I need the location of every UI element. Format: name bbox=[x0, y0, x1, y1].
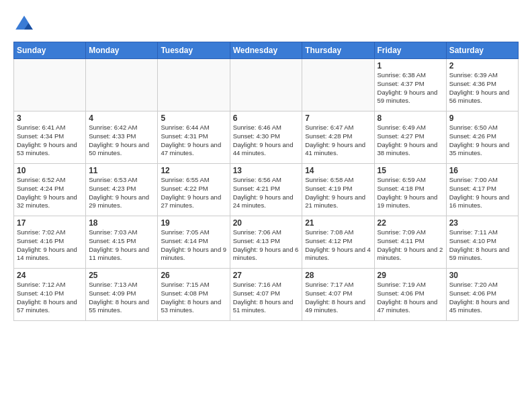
day-number: 21 bbox=[305, 218, 371, 228]
day-cell: 12Sunrise: 6:55 AM Sunset: 4:22 PM Dayli… bbox=[158, 164, 230, 216]
day-number: 7 bbox=[305, 113, 371, 123]
day-number: 15 bbox=[378, 166, 443, 175]
day-cell: 1Sunrise: 6:38 AM Sunset: 4:37 PM Daylig… bbox=[374, 59, 446, 111]
day-number: 12 bbox=[161, 166, 226, 175]
day-info: Sunrise: 6:55 AM Sunset: 4:22 PM Dayligh… bbox=[161, 176, 226, 210]
day-cell: 2Sunrise: 6:39 AM Sunset: 4:36 PM Daylig… bbox=[446, 59, 518, 111]
day-cell: 9Sunrise: 6:50 AM Sunset: 4:26 PM Daylig… bbox=[446, 111, 518, 164]
day-cell: 10Sunrise: 6:52 AM Sunset: 4:24 PM Dayli… bbox=[14, 164, 86, 216]
col-header-saturday: Saturday bbox=[446, 42, 518, 59]
day-cell: 5Sunrise: 6:44 AM Sunset: 4:31 PM Daylig… bbox=[158, 111, 230, 164]
day-info: Sunrise: 6:49 AM Sunset: 4:27 PM Dayligh… bbox=[378, 124, 443, 158]
day-info: Sunrise: 7:16 AM Sunset: 4:07 PM Dayligh… bbox=[233, 281, 300, 315]
header bbox=[13, 11, 519, 35]
day-number: 22 bbox=[378, 218, 443, 228]
day-info: Sunrise: 6:58 AM Sunset: 4:19 PM Dayligh… bbox=[305, 176, 371, 210]
day-info: Sunrise: 7:20 AM Sunset: 4:06 PM Dayligh… bbox=[449, 281, 515, 315]
day-number: 5 bbox=[161, 113, 226, 123]
day-info: Sunrise: 6:41 AM Sunset: 4:34 PM Dayligh… bbox=[17, 124, 83, 158]
day-info: Sunrise: 6:59 AM Sunset: 4:18 PM Dayligh… bbox=[378, 176, 443, 210]
day-cell bbox=[86, 59, 158, 111]
day-info: Sunrise: 7:05 AM Sunset: 4:14 PM Dayligh… bbox=[161, 228, 226, 263]
day-number: 29 bbox=[378, 271, 443, 280]
day-info: Sunrise: 6:44 AM Sunset: 4:31 PM Dayligh… bbox=[161, 124, 226, 158]
day-cell: 26Sunrise: 7:15 AM Sunset: 4:08 PM Dayli… bbox=[158, 269, 230, 321]
day-info: Sunrise: 7:15 AM Sunset: 4:08 PM Dayligh… bbox=[161, 281, 226, 315]
day-info: Sunrise: 7:17 AM Sunset: 4:07 PM Dayligh… bbox=[305, 281, 371, 315]
day-number: 24 bbox=[17, 271, 83, 280]
day-info: Sunrise: 6:39 AM Sunset: 4:36 PM Dayligh… bbox=[449, 71, 515, 105]
day-cell: 8Sunrise: 6:49 AM Sunset: 4:27 PM Daylig… bbox=[374, 111, 446, 164]
day-cell: 6Sunrise: 6:46 AM Sunset: 4:30 PM Daylig… bbox=[230, 111, 302, 164]
day-cell: 25Sunrise: 7:13 AM Sunset: 4:09 PM Dayli… bbox=[86, 269, 158, 321]
day-info: Sunrise: 6:56 AM Sunset: 4:21 PM Dayligh… bbox=[233, 176, 300, 210]
week-row-4: 24Sunrise: 7:12 AM Sunset: 4:10 PM Dayli… bbox=[14, 269, 519, 321]
day-number: 6 bbox=[233, 113, 300, 123]
col-header-wednesday: Wednesday bbox=[230, 42, 302, 59]
day-number: 30 bbox=[449, 271, 515, 280]
header-row: SundayMondayTuesdayWednesdayThursdayFrid… bbox=[14, 42, 519, 59]
day-number: 2 bbox=[449, 61, 515, 71]
day-number: 13 bbox=[233, 166, 300, 175]
day-info: Sunrise: 7:08 AM Sunset: 4:12 PM Dayligh… bbox=[305, 228, 371, 263]
day-cell bbox=[158, 59, 230, 111]
day-number: 23 bbox=[449, 218, 515, 228]
col-header-tuesday: Tuesday bbox=[158, 42, 230, 59]
day-cell: 22Sunrise: 7:09 AM Sunset: 4:11 PM Dayli… bbox=[374, 216, 446, 269]
day-number: 18 bbox=[89, 218, 154, 228]
day-info: Sunrise: 7:09 AM Sunset: 4:11 PM Dayligh… bbox=[378, 228, 443, 263]
week-row-2: 10Sunrise: 6:52 AM Sunset: 4:24 PM Dayli… bbox=[14, 164, 519, 216]
day-number: 28 bbox=[305, 271, 371, 280]
day-cell: 17Sunrise: 7:02 AM Sunset: 4:16 PM Dayli… bbox=[14, 216, 86, 269]
calendar: SundayMondayTuesdayWednesdayThursdayFrid… bbox=[13, 42, 519, 321]
day-cell: 23Sunrise: 7:11 AM Sunset: 4:10 PM Dayli… bbox=[446, 216, 518, 269]
day-info: Sunrise: 6:50 AM Sunset: 4:26 PM Dayligh… bbox=[449, 124, 515, 158]
day-cell: 18Sunrise: 7:03 AM Sunset: 4:15 PM Dayli… bbox=[86, 216, 158, 269]
logo-icon bbox=[13, 13, 35, 35]
day-cell bbox=[14, 59, 86, 111]
day-number: 27 bbox=[233, 271, 300, 280]
day-number: 19 bbox=[161, 218, 226, 228]
day-cell: 15Sunrise: 6:59 AM Sunset: 4:18 PM Dayli… bbox=[374, 164, 446, 216]
day-cell: 21Sunrise: 7:08 AM Sunset: 4:12 PM Dayli… bbox=[302, 216, 374, 269]
day-cell: 3Sunrise: 6:41 AM Sunset: 4:34 PM Daylig… bbox=[14, 111, 86, 164]
page: SundayMondayTuesdayWednesdayThursdayFrid… bbox=[0, 0, 532, 328]
day-number: 4 bbox=[89, 113, 154, 123]
day-cell: 13Sunrise: 6:56 AM Sunset: 4:21 PM Dayli… bbox=[230, 164, 302, 216]
day-info: Sunrise: 7:11 AM Sunset: 4:10 PM Dayligh… bbox=[449, 228, 515, 263]
day-number: 26 bbox=[161, 271, 226, 280]
col-header-monday: Monday bbox=[86, 42, 158, 59]
day-cell: 28Sunrise: 7:17 AM Sunset: 4:07 PM Dayli… bbox=[302, 269, 374, 321]
day-cell: 4Sunrise: 6:42 AM Sunset: 4:33 PM Daylig… bbox=[86, 111, 158, 164]
day-number: 9 bbox=[449, 113, 515, 123]
day-info: Sunrise: 7:03 AM Sunset: 4:15 PM Dayligh… bbox=[89, 228, 154, 263]
week-row-0: 1Sunrise: 6:38 AM Sunset: 4:37 PM Daylig… bbox=[14, 59, 519, 111]
day-cell: 30Sunrise: 7:20 AM Sunset: 4:06 PM Dayli… bbox=[446, 269, 518, 321]
day-cell: 27Sunrise: 7:16 AM Sunset: 4:07 PM Dayli… bbox=[230, 269, 302, 321]
day-info: Sunrise: 6:42 AM Sunset: 4:33 PM Dayligh… bbox=[89, 124, 154, 158]
day-cell: 29Sunrise: 7:19 AM Sunset: 4:06 PM Dayli… bbox=[374, 269, 446, 321]
week-row-1: 3Sunrise: 6:41 AM Sunset: 4:34 PM Daylig… bbox=[14, 111, 519, 164]
col-header-friday: Friday bbox=[374, 42, 446, 59]
day-cell bbox=[302, 59, 374, 111]
day-cell bbox=[230, 59, 302, 111]
day-info: Sunrise: 7:06 AM Sunset: 4:13 PM Dayligh… bbox=[233, 228, 300, 263]
day-number: 20 bbox=[233, 218, 300, 228]
day-number: 25 bbox=[89, 271, 154, 280]
logo bbox=[13, 13, 36, 35]
col-header-thursday: Thursday bbox=[302, 42, 374, 59]
day-cell: 14Sunrise: 6:58 AM Sunset: 4:19 PM Dayli… bbox=[302, 164, 374, 216]
day-info: Sunrise: 7:12 AM Sunset: 4:10 PM Dayligh… bbox=[17, 281, 83, 315]
day-cell: 7Sunrise: 6:47 AM Sunset: 4:28 PM Daylig… bbox=[302, 111, 374, 164]
day-cell: 16Sunrise: 7:00 AM Sunset: 4:17 PM Dayli… bbox=[446, 164, 518, 216]
day-number: 11 bbox=[89, 166, 154, 175]
week-row-3: 17Sunrise: 7:02 AM Sunset: 4:16 PM Dayli… bbox=[14, 216, 519, 269]
day-number: 16 bbox=[449, 166, 515, 175]
day-info: Sunrise: 6:52 AM Sunset: 4:24 PM Dayligh… bbox=[17, 176, 83, 210]
day-number: 8 bbox=[378, 113, 443, 123]
day-info: Sunrise: 6:53 AM Sunset: 4:23 PM Dayligh… bbox=[89, 176, 154, 210]
day-info: Sunrise: 6:38 AM Sunset: 4:37 PM Dayligh… bbox=[378, 71, 443, 105]
day-cell: 24Sunrise: 7:12 AM Sunset: 4:10 PM Dayli… bbox=[14, 269, 86, 321]
day-info: Sunrise: 6:47 AM Sunset: 4:28 PM Dayligh… bbox=[305, 124, 371, 158]
day-cell: 11Sunrise: 6:53 AM Sunset: 4:23 PM Dayli… bbox=[86, 164, 158, 216]
